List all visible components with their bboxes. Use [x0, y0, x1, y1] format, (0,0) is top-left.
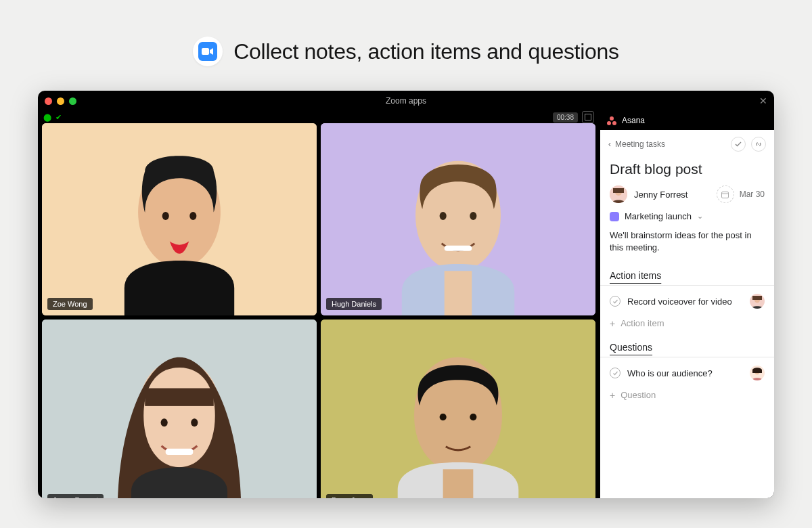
hero-title: Collect notes, action items and question…: [233, 39, 618, 64]
calendar-icon: [717, 185, 734, 203]
chevron-down-icon[interactable]: ⌄: [697, 212, 703, 221]
assignee-avatar[interactable]: [750, 294, 765, 309]
video-grid: Zoe Wong Hugh Daniels: [38, 123, 600, 498]
zoom-topbar: ⬤ ✔ 00:38: [38, 111, 600, 123]
participant-portrait: [42, 123, 317, 315]
video-tile[interactable]: Zoe Wong: [42, 123, 317, 315]
project-color-chip: [610, 212, 619, 221]
svg-point-7: [470, 212, 476, 220]
svg-rect-29: [613, 188, 624, 193]
plus-icon: +: [610, 391, 615, 400]
svg-rect-34: [752, 296, 762, 300]
add-question-button[interactable]: + Question: [600, 386, 774, 408]
participant-name-tag: Hugh Daniels: [326, 298, 382, 310]
action-item-row[interactable]: Record voiceover for video: [600, 288, 774, 314]
video-camera-icon: [202, 47, 214, 56]
svg-point-11: [161, 418, 168, 426]
zoom-video-pane: ⬤ ✔ 00:38: [38, 111, 600, 498]
question-text: Who is our audience?: [627, 368, 713, 378]
assignee-row[interactable]: Jenny Forrest Mar 30: [600, 185, 774, 211]
app-window: Zoom apps ✕ ⬤ ✔ 00:38: [38, 91, 774, 498]
copy-link-button[interactable]: [751, 137, 766, 152]
zoom-app-icon: [193, 37, 223, 66]
complete-check-icon[interactable]: [610, 368, 621, 378]
window-titlebar: Zoom apps ✕: [38, 91, 774, 111]
mark-complete-button[interactable]: [731, 137, 746, 152]
participant-portrait: [42, 320, 317, 498]
project-name: Marketing launch: [625, 211, 692, 221]
svg-point-6: [440, 212, 447, 220]
action-items-heading: Action items: [600, 265, 774, 286]
due-date[interactable]: Mar 30: [717, 185, 765, 203]
breadcrumb-row: ‹ Meeting tasks: [600, 130, 774, 158]
svg-point-16: [470, 414, 476, 420]
project-row[interactable]: Marketing launch ⌄: [600, 211, 774, 229]
participant-name-tag: Dave Jung: [326, 494, 373, 498]
marketing-hero: Collect notes, action items and question…: [0, 0, 812, 87]
due-date-text: Mar 30: [740, 190, 765, 199]
svg-point-3: [162, 212, 169, 220]
participant-name-tag: Jenny Forrest: [47, 494, 104, 498]
participant-portrait: [321, 123, 595, 315]
svg-rect-1: [585, 114, 591, 120]
assignee-name: Jenny Forrest: [634, 190, 687, 200]
svg-point-12: [191, 418, 198, 426]
asana-logo-icon: [607, 116, 616, 125]
asana-panel-header: Asana: [600, 111, 774, 130]
video-tile[interactable]: Jenny Forrest: [42, 320, 317, 498]
action-item-text: Record voiceover for video: [627, 296, 732, 307]
svg-rect-8: [445, 246, 472, 251]
fullscreen-button[interactable]: [582, 111, 594, 123]
svg-rect-13: [166, 449, 194, 455]
encryption-icon[interactable]: ⬤: [43, 113, 51, 122]
assignee-avatar: [610, 185, 627, 203]
meeting-timer: 00:38: [553, 112, 578, 123]
svg-rect-10: [145, 389, 214, 406]
plus-icon: +: [610, 319, 615, 328]
breadcrumb-label[interactable]: Meeting tasks: [615, 139, 665, 149]
svg-rect-30: [722, 192, 729, 198]
svg-rect-0: [202, 48, 209, 55]
add-action-item-button[interactable]: + Action item: [600, 314, 774, 336]
asana-side-panel: Asana ‹ Meeting tasks Draft blog post Je…: [600, 111, 774, 498]
participant-portrait: [321, 320, 595, 498]
complete-check-icon[interactable]: [610, 296, 621, 307]
add-question-label: Question: [621, 390, 656, 400]
assignee-avatar[interactable]: [750, 366, 765, 380]
task-description[interactable]: We'll brainstorm ideas for the post in t…: [600, 229, 774, 265]
task-title[interactable]: Draft blog post: [600, 158, 774, 185]
back-chevron-icon[interactable]: ‹: [608, 139, 611, 149]
add-action-item-label: Action item: [621, 318, 664, 328]
questions-heading: Questions: [600, 336, 774, 357]
question-row[interactable]: Who is our audience?: [600, 360, 774, 386]
participant-name-tag: Zoe Wong: [47, 298, 93, 310]
svg-point-4: [189, 212, 196, 220]
svg-point-15: [440, 414, 447, 420]
window-title: Zoom apps: [38, 96, 774, 106]
video-tile[interactable]: Dave Jung: [321, 320, 595, 498]
shield-check-icon[interactable]: ✔: [55, 113, 62, 122]
video-tile[interactable]: Hugh Daniels: [321, 123, 595, 315]
asana-app-name: Asana: [622, 116, 645, 125]
